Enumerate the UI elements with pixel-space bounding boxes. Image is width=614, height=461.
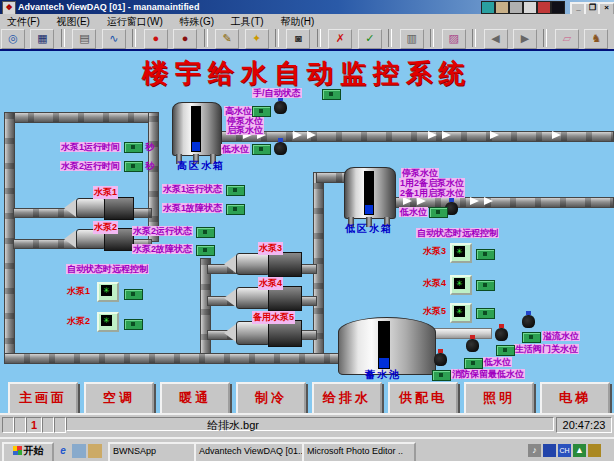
alarm-ball-2-icon[interactable]: ● <box>173 29 197 49</box>
label-seconds: 秒 <box>144 142 155 152</box>
high-zone-tank-gauge <box>191 106 201 152</box>
label-ctrl-pump1: 水泵1 <box>66 285 91 298</box>
indicator-fire-reserve <box>432 370 451 381</box>
mini-star-icon[interactable] <box>537 1 551 14</box>
app-icon: ❖ <box>2 1 16 15</box>
indicator-pump1-runtime <box>124 142 143 153</box>
nav-lighting-button[interactable]: 照明 <box>464 382 534 414</box>
tray-network-icon[interactable] <box>588 444 601 457</box>
task-photo-editor[interactable]: Microsoft Photo Editor .. <box>302 442 416 461</box>
nav-refrigeration-button[interactable]: 制冷 <box>236 382 306 414</box>
nav-ac-button[interactable]: 空调 <box>84 382 154 414</box>
label-2standby1duty-level: 2备1用启泵水位 <box>399 188 465 198</box>
task-viewdaq[interactable]: Advantech ViewDAQ [01.. <box>194 442 308 461</box>
label-manual-auto-status: 手/自动状态 <box>252 88 302 98</box>
scada-canvas: 楼宇给水自动监控系统 <box>0 49 614 414</box>
label-ctrl-pump5: 水泵5 <box>422 305 447 318</box>
menu-bar: 文件(F) 视图(E) 运行窗口(W) 特殊(G) 工具(T) 帮助(H) <box>0 14 614 29</box>
label-low-zone-tank: 低区水箱 <box>345 222 393 236</box>
nav-main-screen-button[interactable]: 主画面 <box>8 382 78 414</box>
indicator-ctrl-pump2 <box>124 319 143 330</box>
label-pump1-run-status: 水泵1运行状态 <box>162 184 223 194</box>
nav-elevator-button[interactable]: 电梯 <box>540 382 610 414</box>
palette-icon[interactable]: ▨ <box>442 29 466 49</box>
status-cell <box>2 417 14 433</box>
indicator-lowzone-low-level <box>429 207 448 218</box>
pump4-control-button[interactable] <box>450 275 472 295</box>
task-bwnsapp[interactable]: BWNSApp <box>108 442 200 461</box>
quicklaunch-desktop-icon[interactable] <box>72 444 86 458</box>
tray-display-icon[interactable] <box>543 444 556 457</box>
valve-fire-reserve-icon <box>434 353 447 366</box>
pipe-reservoir-inlet <box>430 328 492 339</box>
flow-arrow-icon <box>428 131 437 139</box>
label-domestic-valve-level: 生活阀门关水位 <box>514 344 579 354</box>
label-seconds: 秒 <box>144 161 155 171</box>
tray-ime-ch-icon[interactable]: CH <box>558 444 571 457</box>
pipe <box>148 112 159 242</box>
alarm-ball-icon[interactable]: ● <box>144 29 168 49</box>
indicator-manual-auto <box>322 89 341 100</box>
pump-1 <box>64 197 134 219</box>
label-remote-control-right: 自动状态时远程控制 <box>416 228 499 238</box>
nav-water-supply-button[interactable]: 给排水 <box>312 382 382 414</box>
pump5-control-button[interactable] <box>450 303 472 323</box>
indicator-ctrl-pump5 <box>476 308 495 319</box>
label-high-level: 高水位 <box>224 106 253 116</box>
mini-toolbar-icon[interactable] <box>481 1 495 14</box>
start-button[interactable]: 开始 <box>2 442 54 461</box>
mini-user-icon[interactable] <box>495 1 509 14</box>
quicklaunch-ie-icon[interactable]: e <box>56 444 70 458</box>
trend-chart-icon[interactable]: ∿ <box>102 29 126 49</box>
mini-image-icon[interactable] <box>523 1 537 14</box>
indicator-reservoir-low <box>464 358 483 369</box>
calculator-icon[interactable]: ▦ <box>30 29 54 49</box>
indicator-pump2-runtime <box>124 161 143 172</box>
nav-hvac-button[interactable]: 暖通 <box>160 382 230 414</box>
label-ctrl-pump2: 水泵2 <box>66 315 91 328</box>
label-reservoir: 蓄水池 <box>365 368 401 382</box>
quicklaunch-channels-icon[interactable] <box>88 444 102 458</box>
pump3-control-button[interactable] <box>450 243 472 263</box>
taskbar: 开始 e BWNSApp Advantech ViewDAQ [01.. Mic… <box>0 437 614 461</box>
flow-arrow-icon <box>470 197 479 205</box>
printer-icon[interactable]: ▤ <box>72 29 96 49</box>
indicator-domestic-valve <box>496 345 515 356</box>
ink-bottle-icon[interactable]: ✎ <box>215 29 239 49</box>
tray-updown-icon[interactable]: ▲ <box>573 444 586 457</box>
confirm-check-icon[interactable]: ✓ <box>358 29 382 49</box>
label-fire-reserve-level: 消防保留最低水位 <box>451 369 525 379</box>
pipe-bottom <box>4 353 346 364</box>
pump1-control-button[interactable] <box>97 282 119 302</box>
page-title: 楼宇给水自动监控系统 <box>142 56 472 91</box>
valve-domestic-icon <box>495 328 508 341</box>
label-pump5-name: 备用水泵5 <box>252 311 295 324</box>
nav-power-button[interactable]: 供配电 <box>388 382 458 414</box>
zoom-icon[interactable]: ◎ <box>1 29 25 49</box>
label-pump1-fault-status: 水泵1故障状态 <box>162 203 223 213</box>
reservoir-gauge <box>378 321 390 369</box>
status-clock: 20:47:23 <box>556 417 612 433</box>
flow-arrow-icon <box>403 197 412 205</box>
clipboard-icon[interactable]: ▥ <box>400 29 424 49</box>
label-start-pump-level: 启泵水位 <box>226 125 264 135</box>
eraser-icon[interactable]: ▱ <box>555 29 579 49</box>
ack-alarm-icon[interactable]: ✗ <box>328 29 352 49</box>
indicator-overflow <box>522 332 541 343</box>
pump2-control-button[interactable] <box>97 312 119 332</box>
status-bar: 1 给排水.bgr 20:47:23 <box>0 413 614 435</box>
camera-icon[interactable]: ◙ <box>286 29 310 49</box>
label-pump3-name: 水泵3 <box>258 242 283 255</box>
mini-display-icon[interactable] <box>551 1 565 14</box>
flow-arrow-icon <box>490 131 499 139</box>
pet-icon[interactable]: ♞ <box>584 29 608 49</box>
valve-low-level-icon <box>274 142 287 155</box>
back-arrow-icon[interactable]: ◀ <box>484 29 508 49</box>
label-overflow-level: 溢流水位 <box>542 331 580 341</box>
pipe <box>8 112 155 123</box>
indicator-pump1-run <box>226 185 245 196</box>
forward-arrow-icon[interactable]: ▶ <box>513 29 537 49</box>
mini-folder-icon[interactable] <box>509 1 523 14</box>
tray-volume-icon[interactable]: ♪ <box>528 444 541 457</box>
key-icon[interactable]: ✦ <box>245 29 269 49</box>
